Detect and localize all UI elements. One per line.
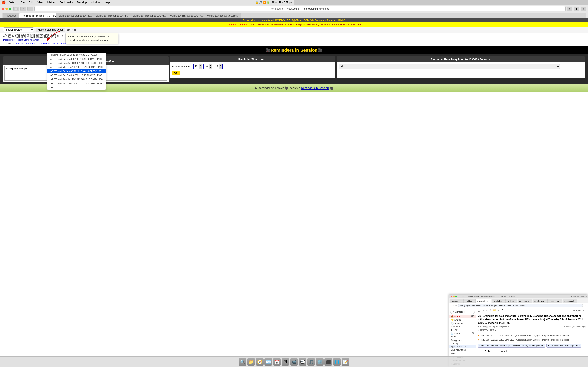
tabs-bar: Favourites Reminders in Session - RJM Pr… [2,13,294,18]
traffic-light-minimize[interactable] [5,8,8,10]
tooltip-box: Email ... forces PHP mail, as needed to … [65,33,118,44]
browser-chrome: ⬜ ‹ › Not Secure — Not Secure — rjmprogr… [0,5,294,18]
menubar-time: Thu 7:51 pm [279,1,292,4]
dropdown-item-1[interactable]: (AEDT) and Sat Jan 09 2021 10:48:33 GMT+… [47,57,105,61]
browser-window: ⬜ ‹ › Not Secure — Not Secure — rjmprogr… [0,5,294,184]
menubar-edit[interactable]: Edit [27,1,35,4]
import-log: Thu Jan 07 2021 19:50:49 GMT 1100 (AEDT)… [0,33,294,42]
minute-down-btn[interactable]: ▼ [209,67,212,68]
traffic-light-fullscreen[interactable] [9,8,11,10]
hour-down-btn[interactable]: ▼ [199,67,202,68]
page-title-bar: 🎥 Reminders in Session 🎥 [0,46,294,54]
forward-btn[interactable]: › [27,7,33,11]
sidebar-toggle-btn[interactable]: ⬜ [13,7,19,11]
minute-up-btn[interactable]: ▲ [209,64,212,67]
import-line-2: Thu Jan 07 2021 19:50:13 GMT 1100 (AEDT)… [3,36,294,39]
minute-spinner[interactable]: 48 ▲ ▼ [203,64,212,69]
minute-value: 48 [204,65,209,68]
dropdown-item-3[interactable]: (AEDT) and Mon Jan 11 2021 10:48:33 GMT+… [47,65,105,69]
dropdown-item-8[interactable]: (AEDT) [47,85,105,90]
info-bar: • • • • • • • • • • • The 3 causes 3 ext… [0,22,294,26]
address-bar[interactable]: Not Secure — Not Secure — rjmprogramming… [34,6,294,11]
menubar-bookmarks[interactable]: Bookmarks [58,1,75,4]
traffic-light-close[interactable] [2,8,4,10]
hour-spinner[interactable]: 10 ▲ ▼ [193,64,202,69]
menubar-file[interactable]: File [19,1,26,4]
dots-decoration: • • • • • • • • • • • [227,23,250,26]
menubar-safari[interactable]: Safari [7,1,18,4]
hour-up-btn[interactable]: ▲ [199,64,202,67]
camera-icon-small: 🎥 ++ 🎥 [67,29,77,31]
menubar-icons: 🔒 🎵 📶 🔋 [255,1,270,4]
second-spinner[interactable]: 13 ▲ ▼ [214,64,223,69]
apple-menu[interactable]: 🍎 [2,0,6,4]
menubar-help[interactable]: Help [103,1,112,4]
delete-standing-order-link[interactable]: Delete Most Recent Standing Order [3,39,294,41]
go-btn[interactable]: Go [172,71,180,75]
import-line-1: Thu Jan 07 2021 19:50:49 GMT 1100 (AEDT)… [3,34,294,36]
second-value: 13 [214,65,219,68]
lower-section: ▶ Reminder Voiceover 🎥 Ideas via Reminde… [0,84,294,92]
voiceover-text: ▶ Reminder Voiceover [255,86,284,90]
main-area: Reminder Wording or ✓ Choose Fi ... at .… [0,54,294,84]
second-up-btn[interactable]: ▲ [219,64,222,67]
tab-reminders-session[interactable]: Reminders in Session - RJM Pro... ✕ [19,13,56,18]
tab-waiting-4[interactable]: Waiting 1042383 (up to 104147... [167,13,204,18]
dropdown-item-4[interactable]: (AEDT) and Fri Jan 08 2021 10:48:13 GMT+… [47,69,105,73]
dropdown-item-0[interactable]: Pending Fri Jan 08 2021 10:48:33 GMT+110… [47,53,105,57]
col1-header-text-after: ... at ... [105,59,114,62]
hour-value: 10 [194,65,199,68]
at-after-row: At/after this time: 10 ▲ ▼ 48 [171,63,294,70]
tab-waiting-2[interactable]: Waiting 1045759 (up to 10444... [93,13,130,18]
page-title: Reminders in Session [270,48,294,53]
camera-icon-left: 🎥 [265,48,270,53]
dropdown-item-2[interactable]: (AEDT) and Sun Jan 10 2021 10:48:33 GMT+… [47,61,105,65]
tab-favourites[interactable]: Favourites [3,13,19,18]
menubar-window[interactable]: Window [89,1,102,4]
menubar: 🍎 Safari File Edit View History Bookmark… [0,0,294,5]
make-standing-order-btn[interactable]: Make a Standing Order [35,27,65,32]
ideas-text: Ideas via [289,86,294,90]
back-btn[interactable]: ‹ [20,7,26,11]
camera-icon-lower-1: 🎥 [285,86,288,90]
dropdown-overlay: Pending Fri Jan 08 2021 10:48:33 GMT+110… [47,53,106,90]
dropdown-item-7[interactable]: (AEDT) and Mon Jan 11 2021 10:48:13 GMT+… [47,81,105,85]
menubar-view[interactable]: View [36,1,45,4]
standing-order-bar: Standing Order Make a Standing Order 🎥 +… [0,26,294,33]
col2-header: Reminder Time ... or ... [170,57,294,62]
email-prompt-bar: For email prompt we entered: RMETCALFE15… [0,18,294,22]
menubar-battery: 99% [272,1,277,4]
page-content: For email prompt we entered: RMETCALFE15… [0,18,294,184]
tooltip-text: Email ... forces PHP mail, as needed to … [68,35,109,41]
email-prompt-text: For email prompt we entered: RMETCALFE15… [242,19,294,22]
tab-waiting-3[interactable]: Waiting 1043735 (up to 104273... [130,13,167,18]
tab-waiting-5[interactable]: Waiting 1035695 (up to 10356... [204,13,241,18]
second-down-btn[interactable]: ▼ [219,67,222,68]
tab-waiting-1[interactable]: Waiting 1050031 (up to 104820... [56,13,93,18]
dropdown-item-6[interactable]: (AEDT) and Sun Jan 10 2021 10:48:13 GMT+… [47,77,105,81]
standing-order-select[interactable]: Standing Order [3,27,34,32]
menubar-history[interactable]: History [45,1,57,4]
dropdown-item-5[interactable]: (AEDT) and Sat Jan 09 2021 10:48:13 GMT+… [47,73,105,77]
at-after-label: At/after this time: [172,65,192,68]
url-text: Not Secure — rjmprogramming.com.au [287,7,294,10]
info-text: The 3 causes 3 extra daily execution tim… [251,23,294,26]
col2-reminder-time: Reminder Time ... or ... At/after this t… [170,57,294,82]
not-secure-label: Not Secure — [270,7,286,10]
menubar-develop[interactable]: Develop [75,1,88,4]
col2-body: At/after this time: 10 ▲ ▼ 48 [170,62,294,78]
thanks-text: Thanks to [3,42,15,45]
thanks-bar: Thanks to https://s...arameter-to-settim… [0,42,294,46]
